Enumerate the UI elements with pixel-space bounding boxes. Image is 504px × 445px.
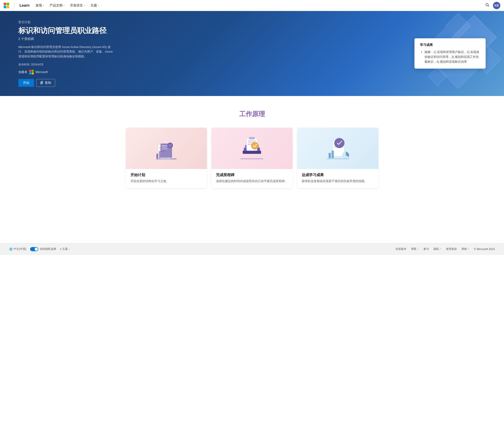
section-title: 工作原理 (18, 110, 486, 119)
svg-rect-33 (329, 153, 331, 158)
external-icon: ↗ (467, 248, 469, 250)
card-outcome-body: 达成学习成果 获得职业发展或实现基于项目的目标所需的技能。 (297, 169, 378, 188)
external-icon: ↗ (416, 248, 419, 250)
card-start-body: 开始计划 开始全新的结构化学习之旅。 (126, 169, 207, 188)
nav-menu: 发现 ▾ 产品文档 ▾ 开发语言 ▾ 主题 ▾ (33, 2, 484, 8)
footer-link-terms[interactable]: 使用条款 (446, 247, 457, 251)
svg-rect-20 (248, 141, 256, 142)
language-selector[interactable]: 🌐 中文(中国) (9, 247, 26, 251)
how-section: 工作原理 (0, 96, 504, 197)
svg-point-0 (486, 3, 488, 6)
card-outcome-title: 达成学习成果 (302, 173, 374, 178)
nav-item-discover[interactable]: 发现 ▾ (33, 2, 46, 8)
theme-label: 主题 (62, 247, 68, 251)
svg-point-12 (168, 143, 172, 147)
microsoft-logo (4, 3, 9, 8)
svg-rect-14 (159, 151, 161, 158)
start-button[interactable]: 开始 (18, 79, 34, 87)
outcome-illustration (323, 133, 353, 163)
search-button[interactable] (484, 2, 490, 9)
card-outcome: 达成学习成果 获得职业发展或实现基于项目的目标所需的技能。 (297, 128, 378, 188)
milestone-illustration (237, 133, 267, 163)
card-milestone-body: 完成里程碑 选择在建议的时间内或按照你自己的节奏完成里程碑。 (212, 169, 292, 188)
creator-name: Microsoft (36, 70, 48, 74)
diamond-5 (445, 13, 471, 39)
logo-blue (4, 6, 6, 8)
nav-item-themes[interactable]: 主题 ▾ (88, 2, 101, 8)
theme-selector[interactable]: ☀ 主题 ▾ (60, 247, 70, 251)
hero-section: 官方计划 标识和访问管理员职业路径 2 个里程碑 Microsoft 标识和访问… (0, 11, 504, 96)
globe-icon: 🌐 (9, 248, 13, 251)
logo-red (4, 3, 6, 5)
chevron-down-icon: ▾ (98, 4, 99, 7)
card-milestone-image (212, 128, 292, 169)
outcomes-item: 能够：1) 实现和管理用户标识，2) 实现身份验证和访问管理，3) 规划和实现工… (425, 50, 480, 64)
copy-label: 复制 (45, 81, 51, 85)
card-start-desc: 开始全新的结构化学习之旅。 (130, 179, 202, 183)
user-avatar[interactable]: KB (493, 2, 500, 9)
cards-grid: 开始计划 开始全新的结构化学习之旅。 (126, 128, 378, 188)
outcomes-card: 学习成果 能够：1) 实现和管理用户标识，2) 实现身份验证和访问管理，3) 规… (414, 38, 486, 69)
footer-link-previous[interactable]: 先前版本 (396, 247, 406, 251)
svg-rect-7 (162, 145, 168, 146)
nav-item-docs[interactable]: 产品文档 ▾ (47, 2, 67, 8)
svg-rect-9 (162, 149, 167, 149)
card-outcome-desc: 获得职业发展或实现基于项目的目标所需的技能。 (302, 179, 374, 183)
navigation: Learn 发现 ▾ 产品文档 ▾ 开发语言 ▾ 主题 ▾ KB (0, 0, 504, 11)
footer-link-contribute[interactable]: 参与 (423, 247, 429, 251)
outcomes-list: 能够：1) 实现和管理用户标识，2) 实现身份验证和访问管理，3) 规划和实现工… (420, 50, 480, 64)
learn-logo[interactable]: Learn (19, 3, 30, 8)
chevron-down-icon: ▾ (43, 4, 44, 7)
logo-green (7, 3, 9, 5)
svg-rect-19 (249, 137, 255, 139)
chevron-down-icon: ▾ (84, 4, 85, 7)
footer-right: 先前版本 博客↗ 参与 隐私↗ 使用条款 商标↗ © Microsoft 202… (396, 247, 495, 251)
svg-rect-10 (156, 158, 177, 160)
privacy-toggle[interactable] (30, 247, 38, 251)
svg-point-31 (335, 139, 343, 147)
title-normal: 工作 (239, 110, 252, 118)
external-icon: ↗ (439, 248, 441, 250)
svg-rect-25 (240, 158, 263, 159)
card-outcome-image (297, 128, 378, 169)
svg-point-24 (252, 143, 258, 149)
creator-logo (29, 70, 34, 74)
svg-rect-13 (156, 154, 158, 158)
nav-divider (14, 3, 15, 8)
privacy-label: 你的隐私选择 (40, 247, 56, 251)
language-label: 中文(中国) (14, 247, 26, 251)
copy-button[interactable]: 🗐 复制 (36, 79, 55, 87)
svg-rect-15 (243, 151, 261, 154)
footer-left: 🌐 中文(中国) 你的隐私选择 ☀ 主题 ▾ (9, 247, 70, 251)
hero-description: Microsoft 标识和访问管理员使用 Azure Active Direct… (18, 45, 115, 59)
logo-yellow (7, 6, 9, 8)
copy-icon: 🗐 (40, 81, 43, 85)
hero-date: 发布时间: 2024/4/29 (18, 63, 115, 67)
chevron-down-icon: ▾ (69, 248, 70, 250)
start-illustration (151, 133, 181, 163)
nav-item-languages[interactable]: 开发语言 ▾ (68, 2, 87, 8)
copyright: © Microsoft 2024 (474, 248, 495, 251)
hero-badge: 官方计划 (18, 20, 115, 24)
hero-creator: 创建者 Microsoft (18, 70, 115, 74)
hero-content: 官方计划 标识和访问管理员职业路径 2 个里程碑 Microsoft 标识和访问… (18, 20, 115, 87)
outcomes-title: 学习成果 (420, 43, 480, 47)
svg-line-1 (488, 5, 489, 6)
card-milestone-desc: 选择在建议的时间内或按照你自己的节奏完成里程碑。 (216, 179, 288, 183)
svg-rect-36 (326, 158, 349, 159)
hero-actions: 开始 🗐 复制 (18, 79, 115, 87)
nav-right: KB (484, 2, 500, 9)
chevron-down-icon: ▾ (63, 4, 65, 7)
hero-subtitle: 2 个里程碑 (18, 37, 115, 41)
card-start-image (126, 128, 207, 169)
footer-link-privacy[interactable]: 隐私↗ (433, 247, 441, 251)
footer-link-blog[interactable]: 博客↗ (411, 247, 419, 251)
footer-link-trademark[interactable]: 商标↗ (462, 247, 469, 251)
diamond-6 (428, 67, 447, 86)
card-milestone-title: 完成里程碑 (216, 173, 288, 178)
privacy-selector: 你的隐私选择 (30, 247, 56, 251)
card-start-title: 开始计划 (130, 173, 202, 178)
hero-title: 标识和访问管理员职业路径 (18, 26, 115, 35)
theme-icon: ☀ (60, 248, 61, 251)
logo-area: Learn (4, 3, 30, 8)
